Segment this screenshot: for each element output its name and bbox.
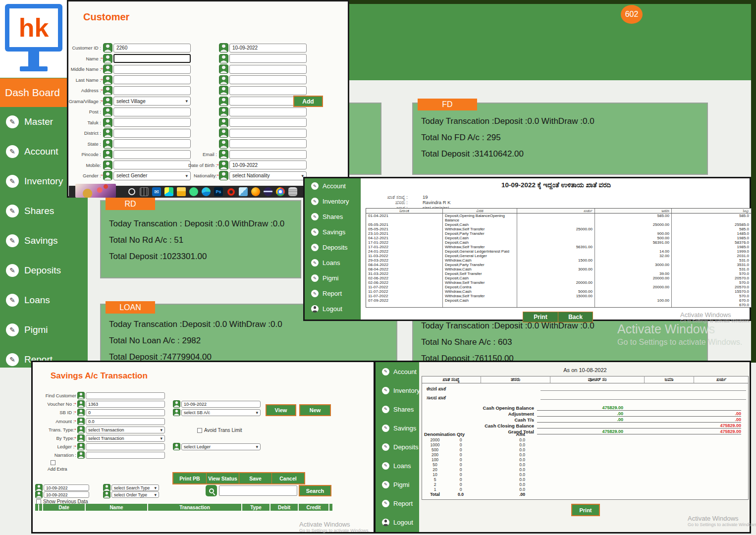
print-pb-button[interactable]: Print PB xyxy=(173,473,206,483)
date-from-input[interactable]: 10-09-2022 xyxy=(44,484,89,491)
edge-icon[interactable] xyxy=(202,187,211,196)
form-input[interactable] xyxy=(113,107,191,116)
chrome-icon[interactable] xyxy=(276,187,285,196)
add-button[interactable]: Add xyxy=(293,96,323,107)
sidebar-item[interactable]: ✎ Loans xyxy=(305,255,360,270)
file-explorer-icon[interactable] xyxy=(177,187,186,196)
sidebar-item[interactable]: ✎ Loans xyxy=(0,285,88,315)
sidebar-item[interactable]: ✎ Deposits xyxy=(0,256,88,285)
view-status-button[interactable]: View Status xyxy=(206,473,239,483)
sidebar-item[interactable]: ✎ Inventory xyxy=(305,194,360,209)
search-type-select[interactable]: select Search Type▾ xyxy=(111,484,159,491)
sidebar-item-label: Savings xyxy=(323,228,345,236)
sb-account-select[interactable]: select SB A/c▾ xyxy=(181,409,261,416)
form-input[interactable] xyxy=(113,129,191,138)
cancel-button[interactable]: Cancel xyxy=(271,473,304,483)
form-input[interactable] xyxy=(113,54,191,63)
android-studio-icon[interactable] xyxy=(189,187,198,196)
form-input[interactable] xyxy=(229,65,307,74)
sidebar-item[interactable]: ✎ Savings xyxy=(305,224,360,240)
find-customer-input[interactable] xyxy=(86,392,165,399)
avoid-trans-limit-checkbox[interactable] xyxy=(197,428,202,433)
form-input[interactable] xyxy=(113,86,191,95)
sidebar-item[interactable]: ✎ Shares xyxy=(305,209,360,224)
opera-icon[interactable] xyxy=(226,187,235,196)
pycharm-icon[interactable] xyxy=(164,187,173,196)
save-button[interactable]: Save xyxy=(239,473,271,483)
form-input[interactable]: 2260 xyxy=(113,44,191,53)
voucher-no-input[interactable]: 1363 xyxy=(86,401,165,408)
sidebar-item[interactable]: ✎ Loans xyxy=(376,456,419,475)
form-input[interactable] xyxy=(229,129,307,138)
form-input[interactable] xyxy=(229,86,307,95)
ledger-select[interactable]: select Ledger▾ xyxy=(181,443,261,450)
sidebar-item[interactable]: ✎ Report xyxy=(376,494,419,513)
form-input[interactable] xyxy=(229,139,307,148)
search-input[interactable] xyxy=(219,485,297,496)
sidebar-item[interactable]: ✎ Inventory xyxy=(376,381,419,400)
pencil-icon: ✎ xyxy=(6,234,19,247)
sidebar-item-logout[interactable]: Logout xyxy=(376,513,419,532)
sidebar-item[interactable]: ✎ Savings xyxy=(376,419,419,437)
3d-builder-icon[interactable] xyxy=(239,187,248,196)
by-type-select[interactable]: select Transaction▾ xyxy=(86,435,165,442)
ledger-input[interactable] xyxy=(86,443,165,450)
savings-window-title: Savings A/c Transaction xyxy=(51,371,148,381)
sidebar-item[interactable]: ✎ Shares xyxy=(0,196,88,226)
mail-icon[interactable]: ✉ xyxy=(152,187,161,196)
view-button[interactable]: View xyxy=(266,404,296,416)
voucher-date-input[interactable]: 10-09-2022 xyxy=(181,401,261,408)
form-input[interactable] xyxy=(229,107,307,116)
date-to-input[interactable]: 10-09-2022 xyxy=(44,491,89,498)
sidebar-item-label: Inventory xyxy=(323,198,349,205)
form-input[interactable] xyxy=(113,118,191,127)
sidebar-item-label: Loans xyxy=(24,295,50,306)
new-button[interactable]: New xyxy=(299,404,331,416)
sidebar-item[interactable]: ✎ Pigmi xyxy=(376,475,419,494)
search-button[interactable]: Search xyxy=(299,485,331,496)
database-icon[interactable] xyxy=(288,187,297,196)
sidebar-item[interactable]: ✎ Pigmi xyxy=(0,315,88,345)
form-input[interactable] xyxy=(113,150,191,159)
sidebar-item[interactable]: ✎ Pigmi xyxy=(305,270,360,286)
narration-row: Narration : xyxy=(39,451,165,459)
sidebar-item[interactable]: ✎ Account xyxy=(305,178,360,194)
pencil-icon: ✎ xyxy=(382,500,389,507)
sidebar-item[interactable]: ✎ Account xyxy=(376,362,419,381)
form-input[interactable]: select Gender▾ xyxy=(113,171,191,180)
amount-input[interactable]: 0.0 xyxy=(86,418,165,425)
print-button[interactable]: Print xyxy=(571,504,600,516)
form-input[interactable]: select Village▾ xyxy=(113,97,191,106)
sidebar-item[interactable]: ✎ Deposits xyxy=(376,437,419,456)
back-button[interactable]: Back xyxy=(558,312,593,322)
form-input[interactable] xyxy=(113,160,191,169)
print-button[interactable]: Print xyxy=(523,312,558,322)
sidebar-item[interactable]: ✎ Shares xyxy=(376,400,419,419)
sb-id-input[interactable]: 0 xyxy=(86,409,165,416)
form-input[interactable] xyxy=(113,139,191,148)
sidebar-item[interactable]: ✎ Deposits xyxy=(305,240,360,255)
form-input[interactable]: 10-09-2022 xyxy=(229,160,307,169)
sidebar-item[interactable]: ✎ Report xyxy=(305,286,360,301)
form-input[interactable] xyxy=(113,65,191,74)
trans-type-select[interactable]: select Transaction▾ xyxy=(86,427,165,433)
sidebar-item-logout[interactable]: Logout xyxy=(305,301,360,317)
form-input[interactable]: 10-09-2022 xyxy=(229,44,307,53)
form-input[interactable] xyxy=(229,75,307,84)
form-input[interactable] xyxy=(113,75,191,84)
form-input[interactable]: select Nationality▾ xyxy=(229,171,307,180)
firefox-icon[interactable] xyxy=(251,187,260,196)
opera-mini-icon[interactable] xyxy=(127,187,136,196)
photoshop-icon[interactable]: Ps xyxy=(214,187,223,196)
form-input[interactable] xyxy=(229,150,307,159)
films-tv-icon[interactable] xyxy=(140,187,149,196)
form-input[interactable] xyxy=(229,118,307,127)
photos-thumbnail[interactable] xyxy=(75,184,116,198)
show-previous-checkbox[interactable] xyxy=(36,499,41,504)
add-extra-checkbox[interactable] xyxy=(51,460,55,465)
sidebar-item[interactable]: ✎ Savings xyxy=(0,226,88,256)
order-type-select[interactable]: select Order Type▾ xyxy=(111,491,159,498)
eclipse-icon[interactable] xyxy=(264,187,272,196)
narration-input[interactable] xyxy=(86,452,165,459)
form-input[interactable] xyxy=(229,54,307,63)
